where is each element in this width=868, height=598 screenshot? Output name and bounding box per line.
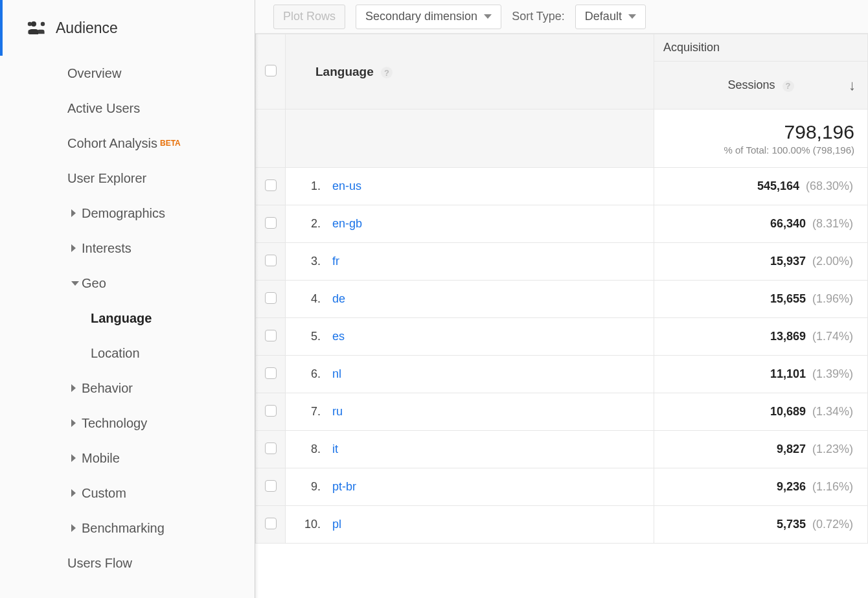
language-link[interactable]: it (332, 443, 338, 455)
caret-down-icon (71, 281, 79, 286)
sessions-value: 15,655 (770, 292, 806, 305)
language-link[interactable]: nl (332, 367, 341, 380)
language-cell: 7.ru (286, 393, 654, 431)
sidebar-item-user-explorer[interactable]: User Explorer (0, 161, 255, 196)
row-checkbox[interactable] (265, 330, 277, 341)
row-checkbox[interactable] (265, 405, 277, 417)
row-index: 8. (303, 443, 321, 456)
row-checkbox[interactable] (265, 480, 277, 492)
row-index: 5. (303, 330, 321, 343)
sidebar-section-audience[interactable]: Audience (0, 0, 255, 56)
sessions-cell: 11,101(1.39%) (654, 356, 868, 393)
row-index: 2. (303, 217, 321, 231)
main-content: Plot Rows Secondary dimension Sort Type:… (255, 0, 868, 598)
sidebar-subitem-technology[interactable]: Technology (0, 406, 255, 441)
table-row: 10.pl5,735(0.72%) (256, 506, 868, 544)
sessions-percent: (2.00%) (812, 255, 853, 268)
sort-type-value: Default (585, 10, 622, 23)
language-link[interactable]: en-gb (332, 217, 362, 230)
sidebar-subsubitem-language[interactable]: Language (0, 301, 255, 336)
language-cell: 5.es (286, 318, 654, 356)
column-header-sessions[interactable]: Sessions ? ↓ (654, 62, 868, 109)
language-link[interactable]: es (332, 330, 345, 343)
help-icon[interactable]: ? (381, 67, 393, 78)
language-cell: 4.de (286, 281, 654, 318)
row-index: 9. (303, 480, 321, 494)
sidebar-subitem-custom[interactable]: Custom (0, 476, 255, 511)
sessions-cell: 15,937(2.00%) (654, 243, 868, 281)
sidebar-item-cohort-analysis[interactable]: Cohort AnalysisBETA (0, 126, 255, 161)
sessions-percent: (1.74%) (812, 330, 853, 343)
row-checkbox[interactable] (265, 367, 277, 379)
sidebar-item-overview[interactable]: Overview (0, 56, 255, 91)
row-checkbox[interactable] (265, 518, 277, 529)
select-all-checkbox[interactable] (265, 65, 277, 76)
language-link[interactable]: de (332, 292, 345, 305)
sidebar-item-label: Geo (82, 276, 106, 291)
row-select-cell (256, 356, 286, 393)
language-link[interactable]: en-us (332, 179, 361, 192)
sessions-total-subtext: % of Total: 100.00% (798,196) (667, 144, 854, 155)
language-table: Language ? Acquisition Sessions ? ↓ (255, 34, 868, 544)
sidebar-subitem-benchmarking[interactable]: Benchmarking (0, 511, 255, 546)
sessions-total: 798,196 (667, 121, 854, 143)
sessions-cell: 15,655(1.96%) (654, 281, 868, 318)
language-cell: 1.en-us (286, 168, 654, 205)
row-select-cell (256, 506, 286, 544)
language-cell: 8.it (286, 431, 654, 468)
sessions-percent: (8.31%) (812, 217, 853, 230)
sessions-value: 545,164 (757, 179, 799, 192)
sidebar-item-label: Interests (82, 241, 131, 256)
row-select-cell (256, 168, 286, 205)
table-row: 2.en-gb66,340(8.31%) (256, 205, 868, 243)
table-row: 5.es13,869(1.74%) (256, 318, 868, 356)
table-row: 3.fr15,937(2.00%) (256, 243, 868, 281)
sidebar-subitem-geo[interactable]: Geo (0, 266, 255, 301)
row-checkbox[interactable] (265, 443, 277, 454)
table-row: 1.en-us545,164(68.30%) (256, 168, 868, 205)
sidebar-subitem-demographics[interactable]: Demographics (0, 196, 255, 231)
table-row: 7.ru10,689(1.34%) (256, 393, 868, 431)
row-index: 6. (303, 367, 321, 381)
language-link[interactable]: ru (332, 405, 343, 418)
sidebar-item-users-flow[interactable]: Users Flow (0, 546, 255, 581)
sidebar-item-active-users[interactable]: Active Users (0, 91, 255, 126)
help-icon[interactable]: ? (782, 80, 794, 92)
sessions-cell: 9,827(1.23%) (654, 431, 868, 468)
row-index: 4. (303, 292, 321, 306)
sessions-percent: (1.39%) (812, 367, 853, 380)
sidebar-item-label: Overview (67, 66, 121, 81)
secondary-dimension-select[interactable]: Secondary dimension (356, 5, 501, 29)
row-select-cell (256, 243, 286, 281)
caret-right-icon (71, 384, 76, 392)
sessions-percent: (1.23%) (812, 443, 853, 455)
caret-right-icon (71, 244, 76, 252)
language-link[interactable]: pl (332, 518, 341, 531)
column-header-language[interactable]: Language ? (286, 34, 654, 109)
row-select-cell (256, 318, 286, 356)
sidebar-subsubitem-location[interactable]: Location (0, 336, 255, 371)
sort-type-select[interactable]: Default (575, 5, 646, 29)
sidebar-item-label: Mobile (82, 451, 120, 466)
sidebar-subitem-interests[interactable]: Interests (0, 231, 255, 266)
sidebar-item-label: Active Users (67, 101, 140, 116)
plot-rows-button[interactable]: Plot Rows (273, 5, 345, 29)
row-checkbox[interactable] (265, 292, 277, 304)
column-group-acquisition: Acquisition (654, 34, 868, 62)
sidebar-item-label: Language (91, 311, 152, 326)
sessions-percent: (0.72%) (812, 518, 853, 531)
row-select-cell (256, 431, 286, 468)
sidebar-subitem-mobile[interactable]: Mobile (0, 441, 255, 476)
row-checkbox[interactable] (265, 179, 277, 191)
language-link[interactable]: fr (332, 255, 339, 268)
column-group-acquisition-label: Acquisition (663, 41, 720, 54)
sidebar-item-label: Custom (82, 486, 126, 501)
sessions-value: 9,236 (777, 480, 806, 493)
sessions-cell: 545,164(68.30%) (654, 168, 868, 205)
sidebar-subitem-behavior[interactable]: Behavior (0, 371, 255, 406)
language-link[interactable]: pt-br (332, 480, 356, 493)
sessions-cell: 5,735(0.72%) (654, 506, 868, 544)
sessions-value: 13,869 (770, 330, 806, 343)
row-checkbox[interactable] (265, 255, 277, 266)
row-checkbox[interactable] (265, 217, 277, 229)
